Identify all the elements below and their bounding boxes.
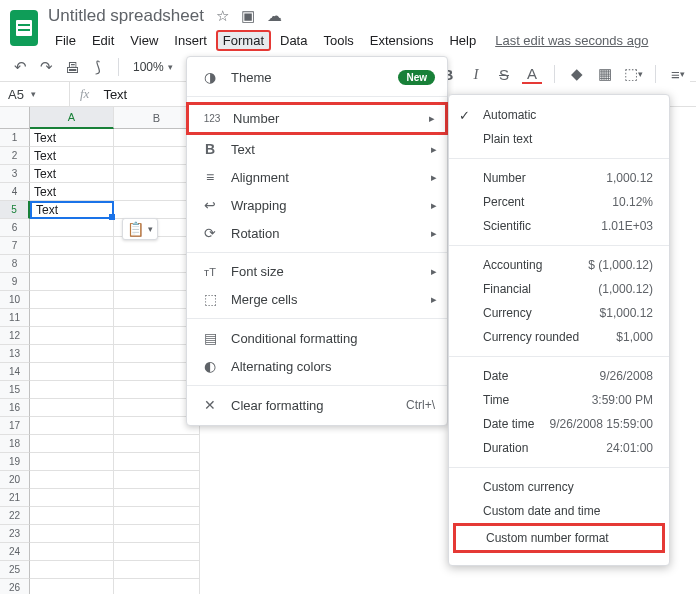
doc-title[interactable]: Untitled spreadsheet [48,6,204,26]
row-16[interactable]: 16 [0,399,30,417]
row-11[interactable]: 11 [0,309,30,327]
cell-A20[interactable] [30,471,114,489]
menu-edit[interactable]: Edit [85,30,121,51]
cell-A10[interactable] [30,291,114,309]
row-22[interactable]: 22 [0,507,30,525]
row-26[interactable]: 26 [0,579,30,594]
cell-A16[interactable] [30,399,114,417]
menu-alternating[interactable]: ◐Alternating colors [187,352,447,380]
move-icon[interactable]: ▣ [241,7,255,25]
last-edit[interactable]: Last edit was seconds ago [495,33,648,48]
row-24[interactable]: 24 [0,543,30,561]
row-20[interactable]: 20 [0,471,30,489]
cell-A21[interactable] [30,489,114,507]
cell-A19[interactable] [30,453,114,471]
row-10[interactable]: 10 [0,291,30,309]
cell-A23[interactable] [30,525,114,543]
name-box[interactable]: A5 ▾ [0,82,70,106]
menu-conditional[interactable]: ▤Conditional formatting [187,324,447,352]
num-scientific[interactable]: Scientific1.01E+03 [449,214,669,238]
num-currency[interactable]: Currency$1,000.12 [449,301,669,325]
num-accounting[interactable]: Accounting$ (1,000.12) [449,253,669,277]
cell-A9[interactable] [30,273,114,291]
cell-A6[interactable] [30,219,114,237]
menu-number[interactable]: 123Number▸ [186,102,448,135]
cell-A14[interactable] [30,363,114,381]
menu-format[interactable]: Format [216,30,271,51]
num-datetime[interactable]: Date time9/26/2008 15:59:00 [449,412,669,436]
row-4[interactable]: 4 [0,183,30,201]
menu-rotation[interactable]: ⟳Rotation▸ [187,219,447,247]
row-19[interactable]: 19 [0,453,30,471]
num-number[interactable]: Number1,000.12 [449,166,669,190]
cell-A18[interactable] [30,435,114,453]
paint-format-icon[interactable]: ⟆ [88,57,108,77]
cell-B21[interactable] [114,489,200,507]
text-color-icon[interactable]: A [522,64,542,84]
cell-A26[interactable] [30,579,114,594]
cell-A15[interactable] [30,381,114,399]
cell-A12[interactable] [30,327,114,345]
menu-alignment[interactable]: ≡Alignment▸ [187,163,447,191]
row-1[interactable]: 1 [0,129,30,147]
strike-icon[interactable]: S [494,64,514,84]
num-custom-format[interactable]: Custom number format [453,523,665,553]
row-6[interactable]: 6 [0,219,30,237]
merge-icon[interactable]: ⬚▾ [623,64,643,84]
undo-icon[interactable]: ↶ [10,57,30,77]
row-15[interactable]: 15 [0,381,30,399]
row-23[interactable]: 23 [0,525,30,543]
row-2[interactable]: 2 [0,147,30,165]
menu-theme[interactable]: ◑ThemeNew [187,63,447,91]
cell-A25[interactable] [30,561,114,579]
italic-icon[interactable]: I [466,64,486,84]
row-14[interactable]: 14 [0,363,30,381]
cloud-icon[interactable]: ☁ [267,7,282,25]
menu-insert[interactable]: Insert [167,30,214,51]
menu-wrapping[interactable]: ↩Wrapping▸ [187,191,447,219]
row-25[interactable]: 25 [0,561,30,579]
cell-B24[interactable] [114,543,200,561]
cell-A5[interactable]: Text [30,201,114,219]
row-3[interactable]: 3 [0,165,30,183]
menu-view[interactable]: View [123,30,165,51]
num-custom-currency[interactable]: Custom currency [449,475,669,499]
menu-text[interactable]: BText▸ [187,135,447,163]
num-duration[interactable]: Duration24:01:00 [449,436,669,460]
row-13[interactable]: 13 [0,345,30,363]
row-17[interactable]: 17 [0,417,30,435]
menu-clear[interactable]: ✕Clear formattingCtrl+\ [187,391,447,419]
cell-B18[interactable] [114,435,200,453]
cell-A17[interactable] [30,417,114,435]
num-time[interactable]: Time3:59:00 PM [449,388,669,412]
cell-A24[interactable] [30,543,114,561]
sheets-logo[interactable] [10,10,38,46]
num-custom-dt[interactable]: Custom date and time [449,499,669,523]
row-5[interactable]: 5 [0,201,30,219]
row-9[interactable]: 9 [0,273,30,291]
menu-data[interactable]: Data [273,30,314,51]
row-12[interactable]: 12 [0,327,30,345]
fill-color-icon[interactable]: ◆ [567,64,587,84]
cell-A13[interactable] [30,345,114,363]
menu-extensions[interactable]: Extensions [363,30,441,51]
menu-font-size[interactable]: тTFont size▸ [187,258,447,285]
select-all[interactable] [0,107,30,129]
star-icon[interactable]: ☆ [216,7,229,25]
zoom-select[interactable]: 100% ▾ [129,58,177,76]
col-A[interactable]: A [30,107,114,129]
cell-A1[interactable]: Text [30,129,114,147]
menu-file[interactable]: File [48,30,83,51]
formula-bar[interactable]: Text [99,87,131,102]
menu-tools[interactable]: Tools [316,30,360,51]
cell-A8[interactable] [30,255,114,273]
row-7[interactable]: 7 [0,237,30,255]
redo-icon[interactable]: ↷ [36,57,56,77]
num-plain[interactable]: Plain text [449,127,669,151]
row-18[interactable]: 18 [0,435,30,453]
cell-A2[interactable]: Text [30,147,114,165]
row-8[interactable]: 8 [0,255,30,273]
cell-A11[interactable] [30,309,114,327]
cell-A22[interactable] [30,507,114,525]
cell-A3[interactable]: Text [30,165,114,183]
